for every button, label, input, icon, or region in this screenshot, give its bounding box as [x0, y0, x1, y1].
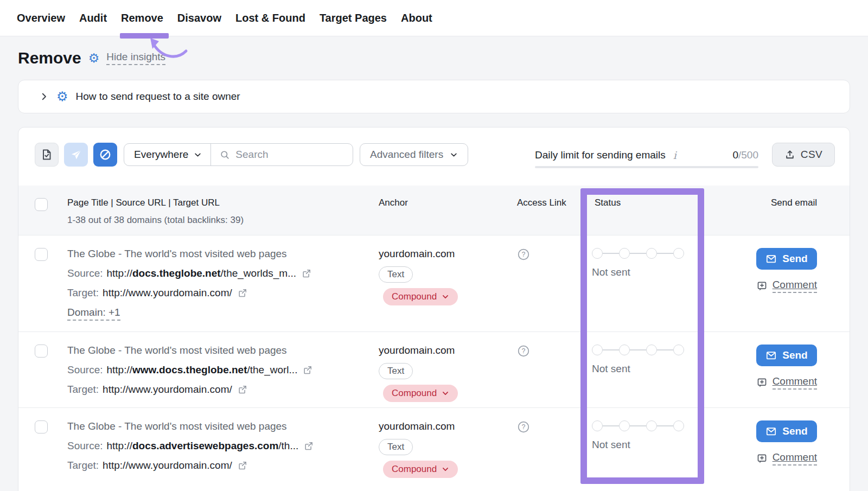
- compound-badge-label: Compound: [392, 464, 437, 475]
- comment-label: Comment: [773, 279, 817, 293]
- row-checkbox[interactable]: [35, 345, 48, 358]
- block-icon: [98, 148, 112, 162]
- tab-remove[interactable]: Remove: [121, 0, 163, 36]
- external-link-icon[interactable]: [301, 268, 312, 279]
- scope-value: Everywhere: [134, 149, 188, 161]
- source-label: Source:: [67, 267, 103, 279]
- daily-limit-progressbar: [535, 166, 758, 168]
- status-stepper: [592, 248, 727, 259]
- target-url-line: Target: http://www.yourdomain.com/: [67, 460, 379, 471]
- envelope-icon: [765, 253, 777, 265]
- source-url-line: Source: http://docs.advertisewebpages.co…: [67, 440, 379, 452]
- upload-icon: [784, 149, 795, 160]
- compound-badge[interactable]: Compound: [383, 385, 458, 402]
- question-circle-icon[interactable]: ?: [517, 248, 530, 261]
- row-checkbox[interactable]: [35, 248, 48, 261]
- export-csv-button[interactable]: CSV: [772, 143, 835, 167]
- anchor-type-badge: Text: [379, 363, 413, 379]
- backlinks-table-card: Everywhere Advanced filters: [18, 127, 850, 491]
- column-header-status: Status: [592, 197, 727, 235]
- external-link-icon[interactable]: [237, 288, 248, 298]
- tab-remove-label: Remove: [121, 12, 163, 24]
- comment-link[interactable]: Comment: [756, 279, 817, 293]
- tab-disavow[interactable]: Disavow: [177, 0, 221, 36]
- external-link-icon[interactable]: [302, 365, 313, 375]
- domain-more-link[interactable]: Domain: +1: [67, 307, 120, 321]
- anchor-text: yourdomain.com: [379, 420, 517, 432]
- scope-select[interactable]: Everywhere: [124, 144, 210, 165]
- select-all-checkbox[interactable]: [35, 198, 48, 211]
- chevron-down-icon: [442, 390, 449, 397]
- advanced-filters-dropdown[interactable]: Advanced filters: [360, 143, 468, 166]
- comment-link[interactable]: Comment: [756, 375, 817, 390]
- comment-label: Comment: [773, 375, 817, 390]
- send-email-button[interactable]: Send: [756, 420, 817, 442]
- table-toolbar: Everywhere Advanced filters: [18, 127, 850, 186]
- svg-text:?: ?: [522, 251, 526, 258]
- send-label: Send: [782, 349, 807, 361]
- external-link-icon[interactable]: [237, 460, 248, 471]
- comment-label: Comment: [773, 451, 817, 466]
- document-check-icon: [40, 148, 53, 161]
- target-url-line: Target: http://www.yourdomain.com/: [67, 287, 379, 299]
- tab-about[interactable]: About: [401, 0, 432, 36]
- table-row: The Globe - The world's most visited web…: [18, 331, 850, 407]
- source-url: http://docs.theglobe.net/the_worlds_m...: [106, 267, 296, 279]
- tab-overview[interactable]: Overview: [17, 0, 65, 36]
- column-header-anchor: Anchor: [379, 197, 517, 235]
- external-link-icon[interactable]: [237, 384, 248, 395]
- column-header-access-link: Access Link: [517, 197, 592, 235]
- send-label: Send: [782, 253, 807, 265]
- status-stepper: [592, 345, 727, 355]
- export-report-button[interactable]: [35, 143, 59, 167]
- compound-badge[interactable]: Compound: [383, 461, 458, 478]
- page-title-cell: The Globe - The world's most visited web…: [67, 248, 379, 260]
- search-input[interactable]: [235, 149, 344, 161]
- paper-plane-icon: [69, 148, 82, 161]
- question-circle-icon[interactable]: ?: [517, 345, 530, 358]
- tab-audit[interactable]: Audit: [79, 0, 107, 36]
- column-header-page-title: Page Title | Source URL | Target URL: [67, 197, 379, 208]
- table-row: The Globe - The world's most visited web…: [18, 235, 850, 331]
- status-stepper: [592, 420, 727, 431]
- anchor-text: yourdomain.com: [379, 248, 517, 260]
- info-icon[interactable]: i: [673, 149, 676, 161]
- source-url-line: Source: http://www.docs.theglobe.net/the…: [67, 364, 379, 376]
- send-emails-button-disabled[interactable]: [64, 143, 88, 167]
- comment-link[interactable]: Comment: [756, 451, 817, 466]
- advanced-filters-label: Advanced filters: [370, 149, 443, 161]
- chevron-down-icon: [450, 151, 458, 159]
- target-label: Target:: [67, 384, 99, 396]
- row-checkbox[interactable]: [35, 420, 48, 433]
- send-email-button[interactable]: Send: [756, 248, 817, 270]
- target-url: http://www.yourdomain.com/: [103, 460, 232, 471]
- tab-lost-and-found[interactable]: Lost & Found: [235, 0, 305, 36]
- target-label: Target:: [67, 287, 99, 299]
- column-header-send-email: Send email: [727, 197, 850, 235]
- external-link-icon[interactable]: [303, 441, 314, 451]
- source-url-line: Source: http://docs.theglobe.net/the_wor…: [67, 267, 379, 279]
- table-row: The Globe - The world's most visited web…: [18, 407, 850, 491]
- send-label: Send: [782, 425, 807, 437]
- compound-badge-label: Compound: [392, 291, 437, 302]
- anchor-type-badge: Text: [379, 266, 413, 283]
- status-text: Not sent: [592, 363, 727, 375]
- table-header-row: Page Title | Source URL | Target URL 1-3…: [18, 186, 850, 235]
- target-label: Target:: [67, 460, 99, 471]
- compound-badge-label: Compound: [392, 388, 437, 399]
- daily-limit: Daily limit for sending emails i 0/500: [535, 149, 758, 168]
- tab-target-pages[interactable]: Target Pages: [320, 0, 387, 36]
- send-email-button[interactable]: Send: [756, 345, 817, 366]
- question-circle-icon[interactable]: ?: [517, 420, 530, 433]
- source-url: http://docs.advertisewebpages.com/th...: [106, 440, 298, 452]
- block-button[interactable]: [93, 143, 117, 167]
- page-title-cell: The Globe - The world's most visited web…: [67, 420, 379, 432]
- how-to-accordion[interactable]: ⚙ How to send request to a site owner: [18, 80, 850, 113]
- annotation-arrow-icon: [144, 36, 194, 62]
- compound-badge[interactable]: Compound: [383, 288, 458, 305]
- daily-limit-count: 0/500: [732, 149, 758, 161]
- envelope-icon: [765, 426, 777, 437]
- chevron-down-icon: [194, 151, 202, 159]
- source-url: http://www.docs.theglobe.net/the_worl...: [106, 364, 297, 376]
- svg-text:?: ?: [522, 423, 526, 431]
